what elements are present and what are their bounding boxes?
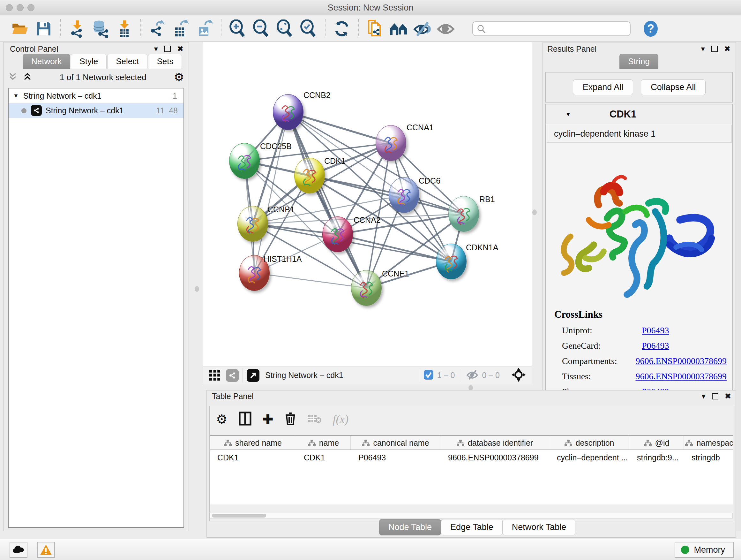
network-options-gear-icon[interactable]: ⚙ xyxy=(174,71,184,84)
network-node-RB1[interactable] xyxy=(448,196,479,232)
tab-network[interactable]: Network xyxy=(23,54,70,69)
splitter-handle[interactable] xyxy=(195,286,199,292)
results-actions: Expand All Collapse All xyxy=(545,72,733,103)
network-node-CCNB1[interactable] xyxy=(238,206,268,242)
maximize-panel-icon[interactable] xyxy=(164,46,171,52)
tab-string[interactable]: String xyxy=(619,54,658,69)
collection-count: 1 xyxy=(173,91,177,101)
show-all-button[interactable] xyxy=(436,19,456,39)
table-h-scrollbar-thumb[interactable] xyxy=(212,514,266,517)
eye-slash-icon xyxy=(413,20,432,37)
tab-network-table[interactable]: Network Table xyxy=(502,519,576,536)
tab-node-table[interactable]: Node Table xyxy=(379,519,441,536)
first-neighbors-button[interactable] xyxy=(389,19,408,39)
crosslink-link[interactable]: 9606.ENSP00000378699 xyxy=(636,356,727,366)
title-bar: Session: New Session xyxy=(0,0,741,15)
control-panel-tabs: NetworkStyleSelectSets xyxy=(23,54,183,69)
horizontal-splitter[interactable] xyxy=(203,384,532,390)
column-header-namespace[interactable]: namespace xyxy=(684,436,733,449)
column-header-shared-name[interactable]: shared name xyxy=(210,436,296,449)
float-panel-icon[interactable]: ▾ xyxy=(702,392,705,401)
maximize-panel-icon[interactable] xyxy=(711,46,718,52)
expand-all-tree-icon[interactable] xyxy=(23,72,32,82)
tab-sets[interactable]: Sets xyxy=(148,54,182,69)
memory-button[interactable]: Memory xyxy=(675,542,734,558)
network-node-CCNA1[interactable] xyxy=(376,125,406,161)
collapse-all-tree-icon[interactable] xyxy=(8,72,17,83)
birds-eye-view-icon[interactable] xyxy=(511,368,526,383)
network-node-CDK1[interactable] xyxy=(294,158,325,193)
cloud-status-button[interactable] xyxy=(10,542,27,558)
close-panel-icon[interactable]: ✖ xyxy=(177,44,184,53)
gene-collapse-icon[interactable]: ▼ xyxy=(565,111,571,118)
apply-style-button[interactable] xyxy=(332,19,352,39)
zoom-selected-button[interactable] xyxy=(299,19,319,39)
hidden-eye-icon[interactable] xyxy=(466,369,479,381)
crosslink-link[interactable]: P06493 xyxy=(642,325,669,335)
export-table-button[interactable] xyxy=(171,19,191,39)
expand-all-button[interactable]: Expand All xyxy=(573,79,633,95)
table-h-scrollbar[interactable] xyxy=(210,513,733,518)
tab-select[interactable]: Select xyxy=(107,54,147,69)
grid-view-icon[interactable] xyxy=(209,368,221,382)
crosslink-link[interactable]: P06493 xyxy=(642,341,669,351)
import-network-file-button[interactable] xyxy=(67,19,87,39)
network-collection-row[interactable]: ▼ String Network – cdk1 1 xyxy=(9,88,184,103)
delete-column-icon[interactable] xyxy=(284,411,297,427)
export-network-button[interactable] xyxy=(147,19,167,39)
crosslink-link[interactable]: 9606.ENSP00000378699 xyxy=(636,371,727,381)
column-header--id[interactable]: @id xyxy=(629,436,684,449)
save-session-button[interactable] xyxy=(34,19,54,39)
delete-table-icon[interactable] xyxy=(308,413,322,425)
open-session-button[interactable] xyxy=(10,19,30,39)
close-panel-icon[interactable]: ✖ xyxy=(725,392,731,401)
detach-view-icon[interactable] xyxy=(247,369,259,382)
network-selection-status: 1 of 1 Network selected xyxy=(32,72,174,82)
maximize-panel-icon[interactable] xyxy=(712,393,718,399)
function-builder-icon[interactable]: f(x) xyxy=(333,413,348,426)
close-panel-icon[interactable]: ✖ xyxy=(724,44,731,53)
column-header-description[interactable]: description xyxy=(549,436,629,449)
network-view-icon[interactable] xyxy=(226,369,239,382)
float-panel-icon[interactable]: ▾ xyxy=(701,44,705,53)
table-settings-gear-icon[interactable]: ⚙ xyxy=(216,412,227,427)
show-columns-icon[interactable] xyxy=(239,411,252,427)
network-node-CCNA2[interactable] xyxy=(322,216,353,252)
table-row[interactable]: CDK1CDK1P064939606.ENSP00000378699cyclin… xyxy=(210,450,733,465)
warnings-button[interactable] xyxy=(37,542,55,558)
column-header-canonical-name[interactable]: canonical name xyxy=(351,436,441,449)
crosslink-row: Uniprot:P06493 xyxy=(562,325,727,335)
network-canvas[interactable]: CCNB2CCNA1CDC25BCDK1CDC6RB1CCNB1CCNA2CDK… xyxy=(203,42,532,367)
help-icon: ? xyxy=(642,20,659,37)
help-button[interactable]: ? xyxy=(642,20,659,37)
network-row[interactable]: String Network – cdk1 11 48 xyxy=(9,103,184,118)
zoom-in-button[interactable] xyxy=(228,19,248,39)
tab-edge-table[interactable]: Edge Table xyxy=(441,519,502,536)
network-node-CCNE1[interactable] xyxy=(351,270,382,306)
hide-selected-button[interactable] xyxy=(412,19,432,39)
splitter-handle[interactable] xyxy=(532,209,537,215)
export-image-button[interactable] xyxy=(195,19,214,39)
search-input[interactable] xyxy=(472,21,630,36)
zoom-out-button[interactable] xyxy=(252,19,271,39)
import-network-database-button[interactable] xyxy=(91,19,111,39)
tab-style[interactable]: Style xyxy=(71,54,107,69)
network-node-CDC6[interactable] xyxy=(389,177,419,213)
network-node-CCNB2[interactable] xyxy=(273,94,304,130)
import-table-file-button[interactable] xyxy=(114,19,134,39)
duplicate-network-button[interactable] xyxy=(365,19,385,39)
column-header-name[interactable]: name xyxy=(296,436,351,449)
houses-icon xyxy=(389,21,408,37)
tree-expanded-icon[interactable]: ▼ xyxy=(9,92,23,99)
node-label-CDK1: CDK1 xyxy=(324,157,346,166)
network-node-CDC25B[interactable] xyxy=(229,143,260,179)
zoom-fit-button[interactable] xyxy=(275,19,295,39)
create-column-icon[interactable]: ✚ xyxy=(263,412,273,427)
network-view-toolbar: String Network – cdk1 1 – 0 0 – 0 xyxy=(203,367,532,384)
float-panel-icon[interactable]: ▾ xyxy=(154,44,158,53)
collapse-all-button[interactable]: Collapse All xyxy=(641,79,705,95)
selected-checkbox-icon[interactable] xyxy=(423,369,434,381)
column-header-database-identifier[interactable]: database identifier xyxy=(441,436,549,449)
node-table[interactable]: shared namenamecanonical namedatabase id… xyxy=(210,435,733,504)
network-node-CDKN1A[interactable] xyxy=(436,244,467,279)
